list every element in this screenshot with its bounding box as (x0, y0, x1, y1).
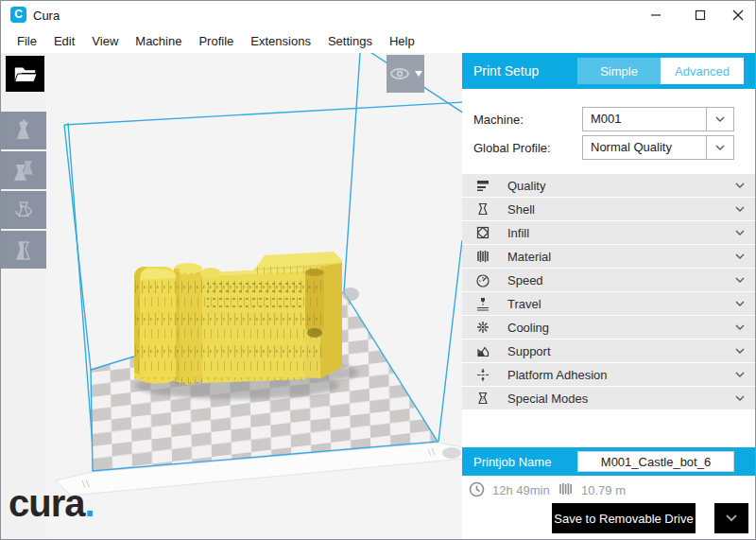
open-file-icon (12, 61, 39, 86)
section-cooling[interactable]: Cooling (462, 316, 756, 339)
print-setup-title: Print Setup (473, 63, 539, 78)
section-special-modes[interactable]: ? Special Modes (462, 387, 756, 409)
print-info-row: 12h 49min 10.79 m (462, 480, 756, 499)
chevron-down-icon (735, 253, 745, 259)
section-infill[interactable]: Infill (462, 221, 756, 244)
section-speed[interactable]: Speed (462, 269, 756, 291)
section-quality[interactable]: Quality (462, 174, 756, 197)
rotate-tool-icon (12, 199, 35, 221)
scale-tool-button[interactable] (1, 151, 46, 189)
menu-help[interactable]: Help (381, 31, 423, 51)
chevron-down-icon (735, 324, 745, 330)
section-support[interactable]: Support (462, 340, 756, 362)
menu-profile[interactable]: Profile (190, 31, 242, 51)
chevron-down-icon (735, 348, 745, 354)
settings-list: Quality Shell Infill (462, 174, 756, 410)
scale-tool-icon (12, 159, 35, 182)
title-bar: C Cura (1, 1, 755, 29)
dropdown-arrow-icon (706, 136, 733, 159)
print-setup-header: Print Setup Simple Advanced (462, 53, 756, 89)
move-tool-button[interactable] (1, 112, 46, 149)
viewport-3d[interactable]: cura. (1, 53, 462, 540)
section-travel[interactable]: Travel (462, 292, 756, 315)
profile-label: Global Profile: (473, 141, 551, 155)
printjob-name-input[interactable] (577, 451, 734, 472)
chevron-down-icon (735, 395, 745, 401)
infill-icon (474, 224, 491, 241)
menu-bar: File Edit View Machine Profile Extension… (1, 29, 755, 53)
minimize-icon (650, 9, 662, 21)
clock-icon (469, 481, 485, 497)
platform-adhesion-icon (474, 366, 491, 383)
section-shell[interactable]: Shell (462, 198, 756, 220)
minimize-button[interactable] (637, 1, 675, 29)
view-mode-dropdown-icon (415, 71, 422, 78)
menu-machine[interactable]: Machine (127, 31, 190, 51)
chevron-down-icon (735, 183, 745, 188)
mirror-tool-icon (12, 238, 35, 261)
chevron-down-icon (735, 230, 745, 235)
travel-icon (474, 295, 491, 312)
open-file-button[interactable] (6, 56, 44, 92)
cooling-icon (474, 319, 491, 336)
move-tool-icon (12, 119, 35, 142)
window-title: Cura (33, 9, 60, 23)
support-icon (474, 342, 491, 359)
chevron-down-icon (735, 372, 745, 377)
menu-view[interactable]: View (83, 31, 127, 51)
print-setup-panel: Print Setup Simple Advanced Machine: M00… (462, 53, 756, 540)
menu-settings[interactable]: Settings (319, 31, 381, 51)
menu-edit[interactable]: Edit (45, 31, 83, 51)
maximize-button[interactable] (681, 1, 719, 29)
rotate-tool-button[interactable] (1, 191, 46, 229)
quality-icon (474, 177, 491, 194)
maximize-icon (695, 9, 706, 21)
shell-icon (474, 200, 491, 218)
tab-simple[interactable]: Simple (577, 58, 661, 84)
print-time: 12h 49min (492, 483, 550, 497)
model-castle[interactable] (134, 252, 342, 385)
section-material[interactable]: Material (462, 245, 756, 268)
special-modes-icon: ? (474, 390, 491, 407)
material-length-icon (558, 481, 574, 496)
view-mode-button[interactable] (387, 55, 424, 93)
speed-icon (474, 271, 491, 288)
tab-advanced[interactable]: Advanced (661, 58, 744, 84)
close-button[interactable] (719, 1, 756, 29)
save-to-removable-drive-button[interactable]: Save to Removable Drive (552, 503, 696, 533)
menu-extensions[interactable]: Extensions (242, 31, 319, 51)
view-mode-eye-icon (389, 66, 412, 81)
svg-text:?: ? (481, 394, 485, 403)
material-length: 10.79 m (581, 483, 626, 497)
chevron-down-icon (735, 301, 745, 306)
scene-canvas[interactable] (1, 53, 462, 540)
chevron-down-icon (735, 206, 745, 212)
printjob-bar: Printjob Name (462, 447, 756, 476)
cura-window: C Cura File Edit View Machine Profile Ex… (0, 0, 756, 540)
save-options-button[interactable] (714, 503, 748, 533)
chevron-down-icon (735, 277, 745, 283)
save-dropdown-chevron-icon (726, 514, 737, 522)
menu-file[interactable]: File (9, 31, 45, 51)
profile-dropdown[interactable]: Normal Quality (582, 135, 734, 160)
machine-label: Machine: (473, 113, 524, 127)
mode-toggle: Simple Advanced (577, 58, 744, 84)
cura-brand-logo: cura. (9, 482, 94, 525)
close-icon (732, 9, 744, 21)
mirror-tool-button[interactable] (1, 231, 46, 269)
save-row: Save to Removable Drive (462, 503, 756, 534)
machine-dropdown[interactable]: M001 (582, 107, 734, 131)
dropdown-arrow-icon (706, 108, 733, 131)
section-platform-adhesion[interactable]: Platform Adhesion (462, 363, 756, 386)
printjob-label: Printjob Name (473, 455, 551, 469)
cura-logo-icon: C (10, 7, 26, 23)
material-icon (474, 248, 491, 265)
